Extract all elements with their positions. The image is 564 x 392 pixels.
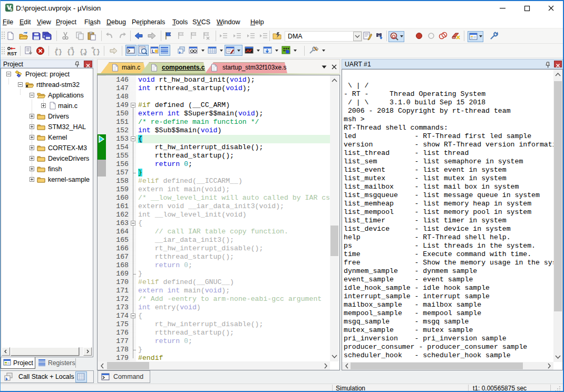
svg-text:{}: {} [54, 48, 62, 56]
svg-text:5: 5 [10, 7, 12, 12]
svg-text:{}: {} [92, 48, 100, 56]
svg-text:Q: Q [392, 34, 395, 39]
svg-text:{}: {} [80, 48, 87, 56]
svg-text:{}: {} [67, 48, 75, 56]
svg-text:RST: RST [7, 51, 17, 56]
